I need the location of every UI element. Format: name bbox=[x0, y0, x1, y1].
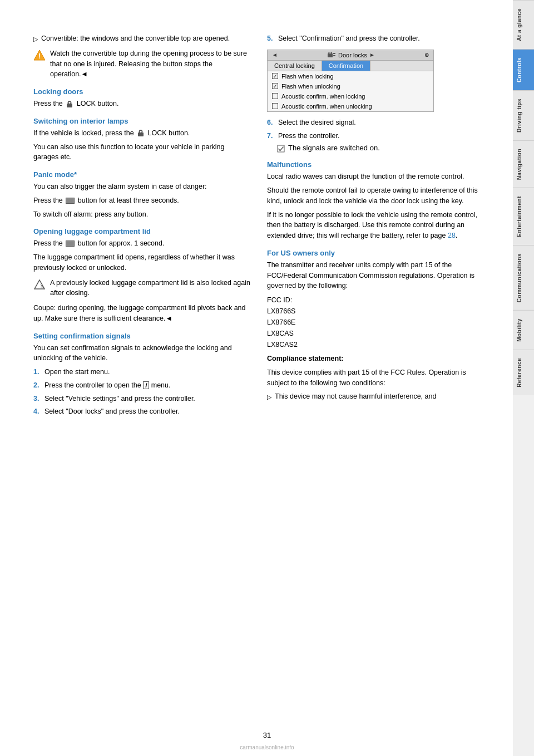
step-1-num: 1. bbox=[33, 367, 41, 377]
step-4-num: 4. bbox=[33, 406, 41, 417]
checkmark-icon bbox=[277, 145, 285, 153]
dlimg-row-2: Flash when unlocking bbox=[268, 81, 433, 91]
bullet-arrow-1: ▷ bbox=[33, 35, 38, 44]
compliance-heading: Compliance statement: bbox=[267, 354, 484, 364]
for-us-owners-heading: For US owners only bbox=[267, 249, 484, 257]
page-container: ▷ Convertible: the windows and the conve… bbox=[0, 0, 534, 756]
sidebar-tab-driving-tips[interactable]: Driving tips bbox=[513, 90, 534, 140]
switching-heading: Switching on interior lamps bbox=[33, 117, 250, 125]
sidebar-tab-communications[interactable]: Communications bbox=[513, 245, 534, 310]
step-7: 7. Press the controller. bbox=[267, 131, 484, 141]
dlimg-header: ◄ Door locks ► ⊕ bbox=[268, 50, 433, 61]
lock-icon-2 bbox=[136, 129, 145, 137]
panic-mode-heading: Panic mode* bbox=[33, 170, 250, 179]
step-2-num: 2. bbox=[33, 380, 41, 391]
dlimg-row-1-label: Flash when locking bbox=[281, 73, 334, 80]
page-28-link[interactable]: 28 bbox=[448, 232, 456, 239]
sidebar-tab-controls[interactable]: Controls bbox=[513, 49, 534, 90]
step-4-text: Select "Door locks" and press the contro… bbox=[44, 406, 180, 417]
fcc-codes: FCC ID:LX8766SLX8766ELX8CASLX8CAS2 bbox=[267, 294, 484, 350]
malfunctions-text3: If it is no longer possible to lock the … bbox=[267, 210, 484, 241]
bullet-us-text: This device may not cause harmful interf… bbox=[275, 391, 436, 402]
step-6-num: 6. bbox=[267, 117, 275, 128]
dlimg-row-4: Acoustic confirm. when unlocking bbox=[268, 101, 433, 111]
panic-text3: To switch off alarm: press any button. bbox=[33, 209, 250, 220]
sidebar-tab-mobility[interactable]: Mobility bbox=[513, 310, 534, 350]
dlimg-title-text: Door locks bbox=[338, 52, 367, 58]
switching-text2: You can also use this function to locate… bbox=[33, 142, 250, 163]
svg-text:!: ! bbox=[38, 52, 41, 60]
dlimg-checkbox-3 bbox=[272, 93, 278, 99]
step-6-text: Select the desired signal. bbox=[278, 117, 356, 128]
luggage-text3: Coupe: during opening, the luggage compa… bbox=[33, 303, 250, 324]
locking-doors-text: Press the LOCK button. bbox=[33, 99, 250, 109]
dlimg-tab-confirmation: Confirmation bbox=[322, 61, 370, 71]
note-text: A previously locked luggage compartment … bbox=[50, 278, 250, 299]
luggage-heading: Opening luggage compartment lid bbox=[33, 227, 250, 235]
step-3-text: Select "Vehicle settings" and press the … bbox=[44, 394, 195, 404]
left-column: ▷ Convertible: the windows and the conve… bbox=[33, 33, 250, 734]
page-number: 31 bbox=[263, 731, 271, 739]
step-2-text: Press the controller to open the i menu. bbox=[44, 380, 170, 391]
step-1: 1. Open the start menu. bbox=[33, 367, 250, 377]
for-us-text1: The transmitter and receiver units compl… bbox=[267, 260, 484, 291]
door-lock-header-icon bbox=[327, 52, 336, 58]
dlimg-nav-right: ► bbox=[369, 52, 375, 58]
dlimg-title-area: Door locks ► bbox=[327, 52, 375, 58]
switching-text1: If the vehicle is locked, press the LOCK… bbox=[33, 128, 250, 139]
sidebar-tab-at-a-glance[interactable]: At a glance bbox=[513, 0, 534, 49]
sidebar-tab-reference[interactable]: Reference bbox=[513, 350, 534, 395]
dlimg-row-2-label: Flash when unlocking bbox=[281, 83, 340, 90]
sidebar-tab-entertainment[interactable]: Entertainment bbox=[513, 188, 534, 245]
warning-box: ! Watch the convertible top during the o… bbox=[33, 48, 250, 80]
setting-confirmation-intro: You can set confirmation signals to ackn… bbox=[33, 343, 250, 364]
i-menu: i bbox=[143, 381, 149, 389]
compliance-text: This device complies with part 15 of the… bbox=[267, 367, 484, 389]
dlimg-row-3: Acoustic confirm. when locking bbox=[268, 91, 433, 101]
svg-rect-9 bbox=[328, 53, 333, 57]
step-3: 3. Select "Vehicle settings" and press t… bbox=[33, 394, 250, 404]
step-7b: The signals are switched on. bbox=[277, 144, 484, 153]
dlimg-checkbox-2 bbox=[272, 83, 278, 89]
locking-doors-heading: Locking doors bbox=[33, 87, 250, 96]
step-5-num: 5. bbox=[267, 33, 275, 44]
step-7b-text: The signals are switched on. bbox=[288, 144, 380, 153]
svg-rect-11 bbox=[333, 53, 335, 54]
step-6: 6. Select the desired signal. bbox=[267, 117, 484, 128]
svg-rect-12 bbox=[333, 55, 335, 56]
bullet-convertible-text: Convertible: the windows and the convert… bbox=[41, 33, 230, 44]
svg-rect-3 bbox=[68, 101, 71, 104]
step-5: 5. Select "Confirmation" and press the c… bbox=[267, 33, 484, 44]
footer-watermark: carmanualsonline.info bbox=[240, 744, 294, 750]
svg-rect-10 bbox=[329, 52, 332, 55]
door-locks-image: ◄ Door locks ► ⊕ Central locki bbox=[267, 50, 434, 112]
remote-icon-1 bbox=[66, 198, 75, 204]
dlimg-row-1: Flash when locking bbox=[268, 71, 433, 81]
bullet-convertible: ▷ Convertible: the windows and the conve… bbox=[33, 33, 250, 44]
dlimg-row-4-label: Acoustic confirm. when unlocking bbox=[281, 103, 372, 110]
dlimg-up-arrow: ⊕ bbox=[424, 52, 429, 58]
page-number-area: 31 bbox=[263, 731, 271, 739]
malfunctions-heading: Malfunctions bbox=[267, 160, 484, 169]
lock-icon bbox=[65, 100, 74, 108]
right-column: 5. Select "Confirmation" and press the c… bbox=[267, 33, 484, 734]
sidebar: At a glance Controls Driving tips Naviga… bbox=[513, 0, 534, 756]
svg-rect-5 bbox=[140, 130, 142, 133]
step-4: 4. Select "Door locks" and press the con… bbox=[33, 406, 250, 417]
step-7-text: Press the controller. bbox=[278, 131, 339, 141]
remote-icon-2 bbox=[66, 240, 75, 247]
warning-text: Watch the convertible top during the ope… bbox=[50, 48, 250, 80]
panic-text1: You can also trigger the alarm system in… bbox=[33, 181, 250, 192]
dlimg-tabs: Central locking Confirmation bbox=[268, 61, 433, 71]
luggage-text1: Press the button for approx. 1 second. bbox=[33, 238, 250, 249]
sidebar-tab-navigation[interactable]: Navigation bbox=[513, 140, 534, 188]
warning-icon: ! bbox=[33, 49, 46, 61]
dlimg-tab-central: Central locking bbox=[268, 61, 322, 71]
dlimg-row-3-label: Acoustic confirm. when locking bbox=[281, 93, 365, 100]
dlimg-nav-left: ◄ bbox=[272, 52, 278, 58]
bullet-arrow-us: ▷ bbox=[267, 392, 271, 402]
step-3-num: 3. bbox=[33, 394, 41, 404]
note-box-luggage: A previously locked luggage compartment … bbox=[33, 278, 250, 299]
step-2: 2. Press the controller to open the i me… bbox=[33, 380, 250, 391]
setting-confirmation-heading: Setting confirmation signals bbox=[33, 332, 250, 340]
